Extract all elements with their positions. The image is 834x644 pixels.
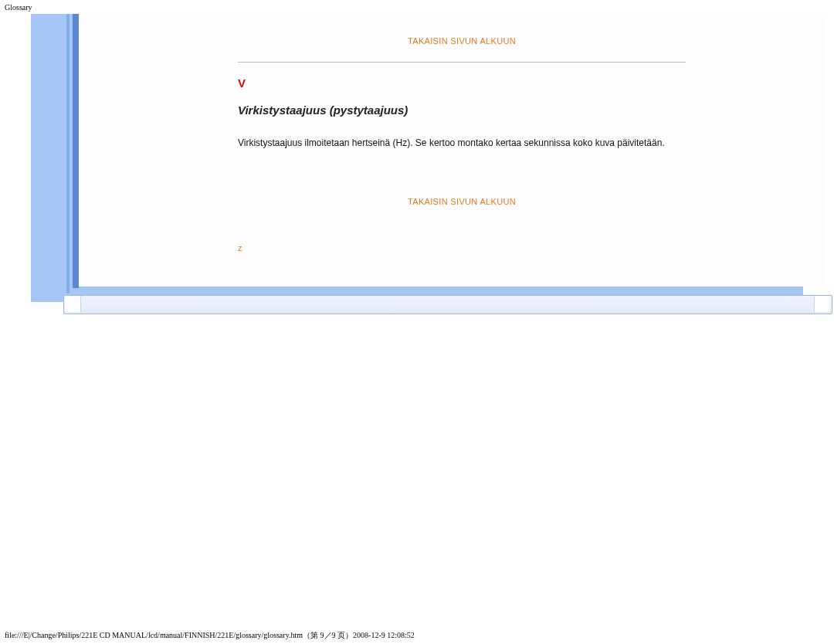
page-turn-next-button[interactable] bbox=[814, 296, 830, 312]
page-backdrop: TAKAISIN SIVUN ALKUUN V Virkistystaajuus… bbox=[31, 14, 803, 302]
section-letter-v: V bbox=[238, 76, 686, 90]
page-small-title: Glossary bbox=[5, 3, 32, 12]
page-turn-prev-button[interactable] bbox=[65, 296, 81, 312]
book-frame-outer-strip bbox=[66, 14, 70, 293]
letter-z-link[interactable]: z bbox=[238, 243, 242, 253]
footer-file-path: file:///E|/Change/Philips/221E CD MANUAL… bbox=[5, 630, 415, 641]
term-title: Virkistystaajuus (pystytaajuus) bbox=[238, 103, 686, 117]
right-page-panel: TAKAISIN SIVUN ALKUUN V Virkistystaajuus… bbox=[222, 14, 825, 286]
back-to-top-link-2[interactable]: TAKAISIN SIVUN ALKUUN bbox=[408, 197, 516, 206]
left-page-panel bbox=[79, 14, 222, 286]
back-to-top-link[interactable]: TAKAISIN SIVUN ALKUUN bbox=[408, 36, 516, 46]
page-turn-bar bbox=[63, 295, 832, 314]
term-body-text: Virkistystaajuus ilmoitetaan hertseinä (… bbox=[238, 137, 686, 150]
book-frame-inner-strip bbox=[73, 14, 79, 288]
divider bbox=[238, 62, 686, 63]
